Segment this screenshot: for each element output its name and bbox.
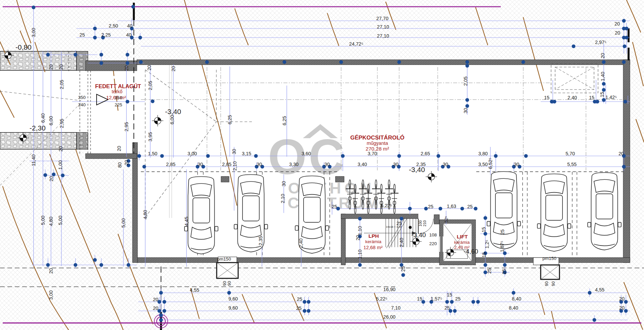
dimension-node [202,165,205,169]
dimension-node [466,64,469,68]
bicycle-icon [359,180,367,209]
neighbor-wall-mark [628,28,630,42]
dimension-node [358,235,362,238]
car-icon [184,176,218,254]
column [335,176,344,182]
dimension-node [622,19,626,23]
dimension-node [336,207,340,211]
dimension-node [100,61,103,65]
dimension-node [126,53,129,57]
dimension-node [339,60,343,64]
dimension-node [44,173,47,177]
dimension-node [322,165,326,169]
dimension-node [138,154,141,158]
dimension-node [474,207,478,211]
dimension-node [341,154,345,158]
contour-line [50,154,123,330]
dimension-node [593,318,596,322]
contour-line [35,42,45,72]
dimension-node [602,98,606,102]
contour-line [636,119,644,142]
contour-line [3,186,69,330]
dimension-node [206,154,210,158]
dimension-node [466,98,469,102]
dimension-node [447,165,450,169]
dimension-node [283,60,286,64]
site-line [0,103,81,185]
dimension-node [622,154,626,158]
column [221,176,229,182]
dimension-node [130,36,134,40]
dimension-node [484,252,487,255]
dimension-node [126,61,129,65]
dimension-node [450,300,454,304]
contour-line [184,0,237,205]
dimension-node [328,165,332,169]
dimension-node [624,300,628,304]
site-line [0,91,81,101]
dimension-node [466,104,469,108]
dimension-node [602,82,606,86]
dimension-node [159,318,163,322]
contour-line [624,282,643,329]
contour-line [633,42,643,86]
dimension-node [466,60,469,64]
dimension-node [518,165,522,169]
wall-stair-top [341,214,418,219]
bicycle-icon [346,180,354,209]
dimension-node [392,165,395,169]
dimension-node [484,263,487,267]
dimension-node [437,154,440,158]
dimension-node [61,174,65,177]
car-icon [588,172,621,250]
contour-line [539,294,545,315]
dimension-node [602,60,606,64]
dimension-node [623,45,627,48]
dimension-node [439,207,442,211]
shaft-opening-right [533,258,559,265]
dimension-node [622,60,626,64]
dimension-node [46,263,50,267]
car-icon [234,174,268,252]
dimension-node [139,60,143,64]
dimension-node [227,291,231,295]
dimension-node [397,165,401,169]
contour-line [235,9,248,45]
wall-stair-left [341,214,345,265]
dimension-node [461,207,464,211]
wall-stub [434,215,439,224]
dimension-node [100,263,103,267]
dimension-node [151,100,155,103]
survey-point-icon [426,171,437,182]
door-swing-arc [418,219,433,234]
dimension-node [472,300,475,304]
stair-point-marker [409,226,412,229]
dimension-node [143,165,146,169]
dimension-node [52,173,56,176]
dimension-node [101,36,105,40]
dimension-node [445,300,449,304]
dimension-node [522,60,525,64]
dimension-node [160,154,164,158]
wall-top [137,60,630,65]
dimension-node [503,252,507,255]
dimension-node [484,271,487,274]
dimension-node [596,100,599,104]
dimension-node [400,263,404,267]
contour-line [292,294,304,321]
dimension-node [303,309,307,313]
wall-tunnel-bottom [86,154,137,159]
wall-left [132,143,138,263]
dimension-node [139,36,142,40]
dimension-node [32,6,36,9]
car-icon [487,171,521,249]
dimension-node [503,271,507,274]
contour-line [113,70,118,111]
contour-line [626,0,641,32]
dimension-node [127,263,130,267]
dimension-node [130,27,134,31]
dimension-node [126,100,129,104]
dimension-node [159,291,163,295]
survey-point-icon [17,132,29,144]
contour-line [327,13,339,46]
